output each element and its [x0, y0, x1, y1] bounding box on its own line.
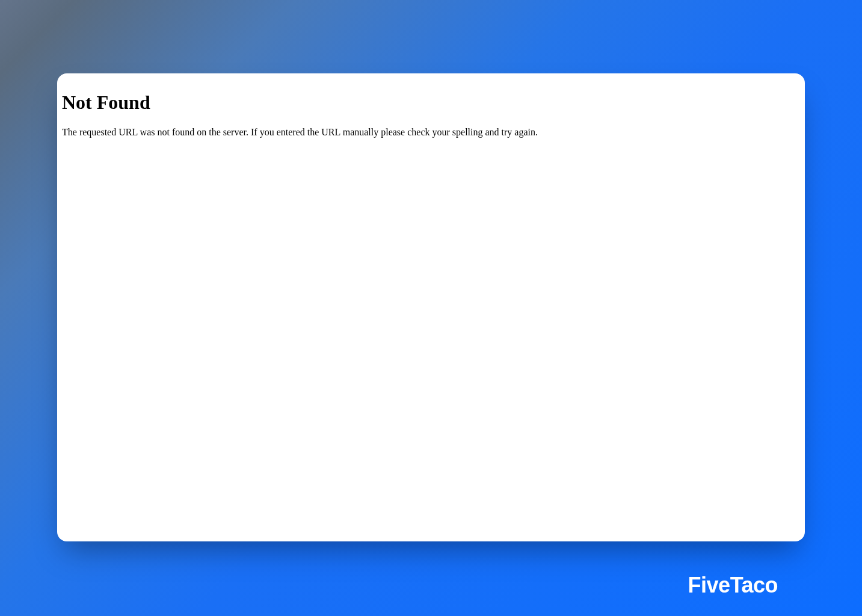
- brand-logo: FiveTaco: [688, 573, 778, 598]
- error-heading: Not Found: [62, 91, 800, 114]
- error-message: The requested URL was not found on the s…: [62, 126, 800, 139]
- error-card: Not Found The requested URL was not foun…: [57, 73, 805, 541]
